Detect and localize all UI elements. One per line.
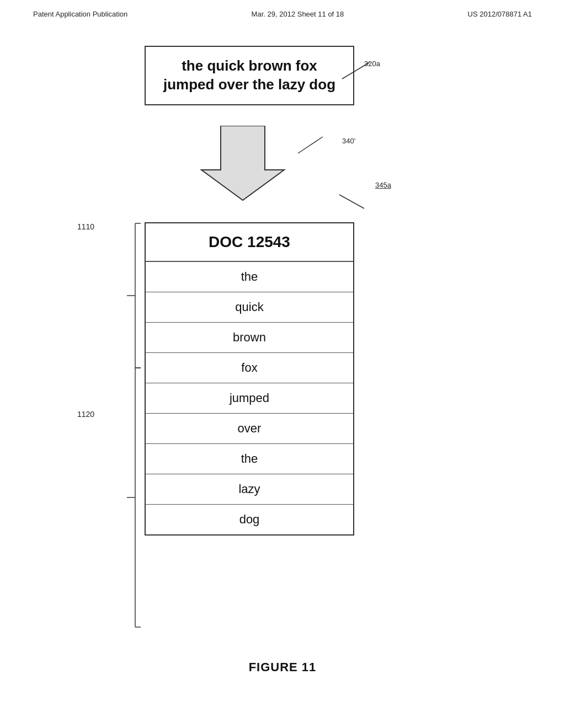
svg-line-3 [339,195,364,208]
page-header: Patent Application Publication Mar. 29, … [0,0,565,24]
list-header-row: DOC 12543 [146,223,353,262]
list-item-brown: brown [146,323,353,353]
svg-line-2 [298,137,323,153]
bracket-svg [88,222,143,663]
label-320a-line [337,51,403,84]
header-left: Patent Application Publication [33,10,127,18]
header-middle: Mar. 29, 2012 Sheet 11 of 18 [252,10,344,18]
label-340-line [292,131,359,159]
list-item-over: over [146,414,353,444]
source-document-text: the quick brown fox jumped over the lazy… [157,57,342,94]
label-340: 340' [342,137,355,145]
list-item-fox: fox [146,353,353,383]
header-right: US 2012/078871 A1 [468,10,532,18]
list-item-dog: dog [146,505,353,534]
label-320a: 320a [364,60,380,68]
process-arrow [188,126,298,203]
list-item-the1: the [146,262,353,292]
list-item-the2: the [146,444,353,474]
label-345a: 345a [375,181,391,189]
list-item-quick: quick [146,292,353,323]
word-list-box: DOC 12543 the quick brown fox jumped ove… [145,222,354,536]
list-item-jumped: jumped [146,383,353,414]
source-document-box: the quick brown fox jumped over the lazy… [145,46,354,105]
svg-marker-1 [201,126,284,200]
list-item-lazy: lazy [146,474,353,505]
figure-label: FIGURE 11 [249,660,317,675]
diagram-area: the quick brown fox jumped over the lazy… [0,35,565,697]
